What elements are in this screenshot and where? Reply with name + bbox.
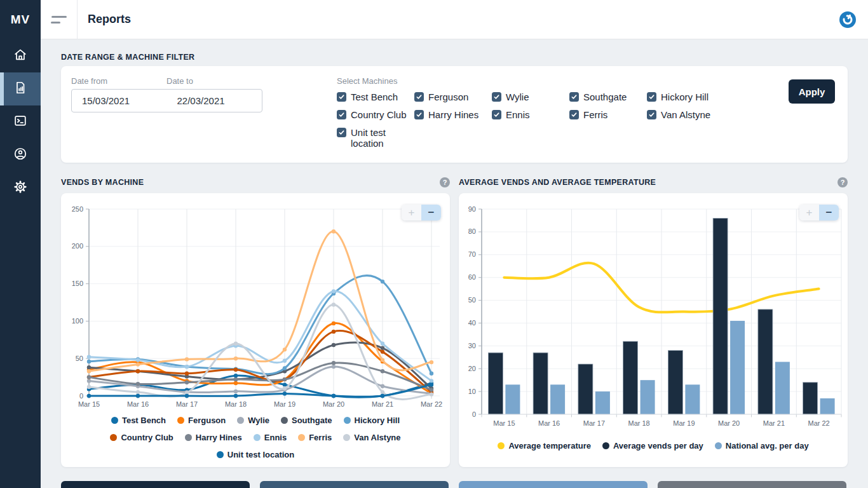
date-range-input[interactable]: 15/03/2021 22/03/2021 bbox=[71, 89, 262, 112]
svg-text:Mar 19: Mar 19 bbox=[274, 400, 295, 408]
legend-item[interactable]: Average temperature bbox=[498, 441, 591, 451]
legend-item[interactable]: Wylie bbox=[237, 416, 269, 425]
vends-chart-legend: Test BenchFergusonWylieSouthgateHickory … bbox=[78, 416, 433, 459]
help-icon[interactable]: ? bbox=[440, 177, 450, 187]
avg-chart-panel: 0102030405060708090Mar 15Mar 16Mar 17Mar… bbox=[459, 193, 848, 467]
avg-chart-title: AVERAGE VENDS AND AVERAGE TEMPERATURE bbox=[459, 178, 656, 187]
legend-item[interactable]: Harry Hines bbox=[185, 433, 242, 442]
svg-text:150: 150 bbox=[72, 280, 83, 287]
svg-text:70: 70 bbox=[468, 250, 476, 258]
checkbox-checked-icon[interactable] bbox=[492, 92, 501, 102]
vends-chart-panel: 050100150200250Mar 15Mar 16Mar 17Mar 18M… bbox=[61, 193, 450, 467]
svg-text:Mar 20: Mar 20 bbox=[323, 400, 344, 408]
legend-item[interactable]: Average vends per day bbox=[602, 441, 703, 451]
machine-label: Ferguson bbox=[428, 92, 468, 102]
legend-item[interactable]: Southgate bbox=[281, 416, 332, 425]
legend-label: National avg. per day bbox=[726, 441, 809, 451]
filter-section-title: DATE RANGE & MACHINE FILTER bbox=[61, 53, 848, 62]
checkbox-checked-icon[interactable] bbox=[647, 92, 656, 102]
sidebar-item-reports[interactable] bbox=[0, 72, 41, 105]
date-to-value[interactable]: 22/03/2021 bbox=[167, 95, 262, 106]
legend-item[interactable]: Hickory Hill bbox=[344, 416, 400, 425]
apply-button[interactable]: Apply bbox=[789, 79, 835, 104]
legend-dot-icon bbox=[715, 442, 722, 449]
home-icon bbox=[13, 48, 27, 64]
legend-label: Average temperature bbox=[508, 441, 591, 451]
machine-checkbox-test-bench[interactable]: Test Bench bbox=[337, 92, 414, 102]
summary-card[interactable] bbox=[260, 481, 449, 488]
machine-checkbox-southgate[interactable]: Southgate bbox=[569, 92, 647, 102]
legend-item[interactable]: Test Bench bbox=[111, 416, 166, 425]
machine-checkbox-hickory-hill[interactable]: Hickory Hill bbox=[647, 92, 724, 102]
machine-checkbox-unit-test-location[interactable]: Unit test location bbox=[337, 127, 414, 149]
summary-card[interactable] bbox=[61, 481, 250, 488]
machine-checkbox-wylie[interactable]: Wylie bbox=[492, 92, 569, 102]
legend-item[interactable]: Country Club bbox=[110, 433, 173, 442]
machine-checkbox-harry-hines[interactable]: Harry Hines bbox=[414, 109, 492, 120]
zoom-out-button[interactable]: − bbox=[421, 205, 441, 220]
checkbox-checked-icon[interactable] bbox=[414, 92, 424, 102]
checkbox-checked-icon[interactable] bbox=[569, 110, 579, 119]
legend-item[interactable]: National avg. per day bbox=[715, 441, 809, 451]
svg-text:Mar 18: Mar 18 bbox=[225, 400, 247, 408]
svg-text:Mar 20: Mar 20 bbox=[718, 419, 740, 427]
svg-text:90: 90 bbox=[468, 205, 476, 213]
machine-checkbox-ferris[interactable]: Ferris bbox=[569, 109, 647, 120]
svg-text:Mar 17: Mar 17 bbox=[583, 419, 605, 427]
summary-card[interactable] bbox=[459, 481, 648, 488]
legend-label: Ferris bbox=[309, 433, 332, 442]
sidebar-nav bbox=[0, 39, 41, 205]
machine-checkbox-ennis[interactable]: Ennis bbox=[492, 109, 569, 120]
checkbox-checked-icon[interactable] bbox=[569, 92, 579, 102]
vends-by-machine-chart: 050100150200250Mar 15Mar 16Mar 17Mar 18M… bbox=[61, 193, 450, 413]
sidebar-item-settings[interactable] bbox=[0, 172, 41, 205]
machine-checkbox-van-alstyne[interactable]: Van Alstyne bbox=[647, 109, 724, 120]
header: Reports bbox=[41, 0, 868, 39]
legend-dot-icon bbox=[111, 417, 118, 424]
machine-checkbox-country-club[interactable]: Country Club bbox=[337, 109, 414, 120]
legend-dot-icon bbox=[498, 442, 505, 449]
sidebar-item-home[interactable] bbox=[0, 39, 41, 72]
help-icon[interactable]: ? bbox=[837, 177, 848, 187]
sidebar-item-account[interactable] bbox=[0, 139, 41, 172]
svg-text:50: 50 bbox=[468, 296, 476, 304]
checkbox-checked-icon[interactable] bbox=[414, 110, 424, 119]
app-logo: MV bbox=[0, 0, 41, 39]
checkbox-checked-icon[interactable] bbox=[337, 128, 346, 137]
legend-dot-icon bbox=[254, 434, 261, 441]
machines-grid: Test BenchFergusonWylieSouthgateHickory … bbox=[337, 92, 724, 149]
summary-card[interactable] bbox=[658, 481, 846, 488]
machine-checkbox-ferguson[interactable]: Ferguson bbox=[414, 92, 492, 102]
menu-toggle-button[interactable] bbox=[41, 16, 77, 24]
date-range-group: Date from Date to 15/03/2021 22/03/2021 bbox=[71, 76, 337, 152]
svg-text:Mar 16: Mar 16 bbox=[538, 419, 560, 427]
checkbox-checked-icon[interactable] bbox=[492, 110, 501, 119]
machines-group: Select Machines Test BenchFergusonWylieS… bbox=[337, 76, 724, 152]
legend-item[interactable]: Ferris bbox=[298, 433, 332, 442]
legend-label: Wylie bbox=[248, 416, 269, 425]
machine-label: Wylie bbox=[506, 92, 529, 102]
legend-item[interactable]: Ferguson bbox=[177, 416, 226, 425]
date-from-label: Date from bbox=[71, 76, 166, 86]
legend-item[interactable]: Unit test location bbox=[217, 450, 294, 459]
sidebar-item-terminal[interactable] bbox=[0, 105, 41, 139]
account-icon bbox=[13, 147, 27, 163]
machine-label: Unit test location bbox=[351, 127, 414, 149]
svg-text:Mar 21: Mar 21 bbox=[372, 400, 393, 408]
summary-cards-row bbox=[61, 481, 848, 488]
date-from-value[interactable]: 15/03/2021 bbox=[72, 95, 167, 106]
legend-label: Unit test location bbox=[227, 450, 294, 459]
legend-label: Harry Hines bbox=[196, 433, 242, 442]
svg-text:250: 250 bbox=[72, 205, 83, 213]
legend-item[interactable]: Van Alstyne bbox=[343, 433, 400, 442]
zoom-in-button[interactable]: + bbox=[799, 205, 819, 220]
legend-item[interactable]: Ennis bbox=[254, 433, 287, 442]
checkbox-checked-icon[interactable] bbox=[647, 110, 656, 119]
checkbox-checked-icon[interactable] bbox=[337, 110, 346, 119]
zoom-in-button[interactable]: + bbox=[402, 205, 421, 220]
machine-label: Test Bench bbox=[351, 92, 398, 102]
legend-dot-icon bbox=[185, 434, 192, 441]
zoom-out-button[interactable]: − bbox=[819, 205, 839, 220]
filter-panel: Date from Date to 15/03/2021 22/03/2021 … bbox=[61, 66, 848, 163]
checkbox-checked-icon[interactable] bbox=[337, 92, 346, 102]
